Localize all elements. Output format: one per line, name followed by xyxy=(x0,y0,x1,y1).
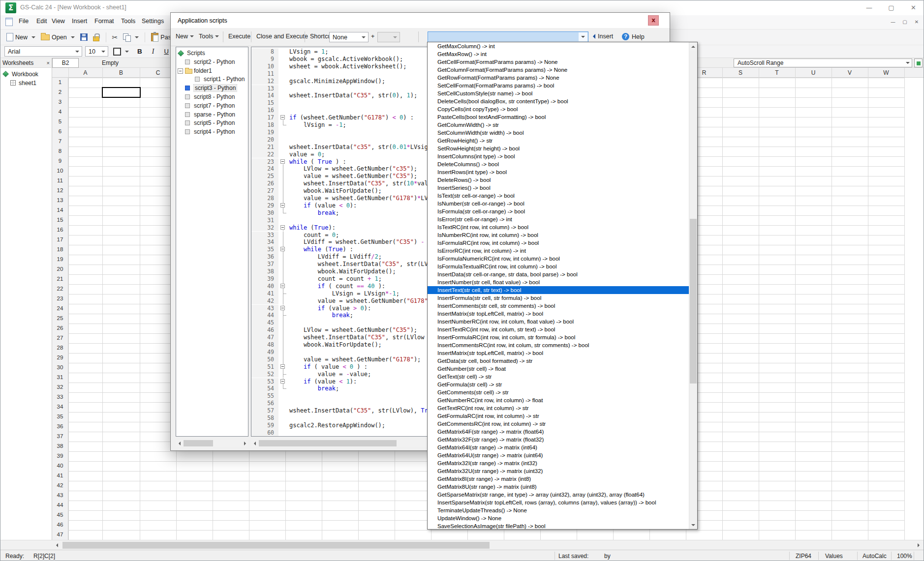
fold-margin[interactable] xyxy=(278,334,288,341)
fold-margin[interactable] xyxy=(278,392,288,400)
row-header-27[interactable]: 27 xyxy=(52,333,68,343)
function-list-item[interactable]: IsNumberRC(int row, int column) -> bool xyxy=(428,231,689,239)
function-list-item[interactable]: InsertComments(str cell, str comments) -… xyxy=(428,302,689,310)
function-list-item[interactable]: InsertNumber(str cell, float value) -> b… xyxy=(428,278,689,286)
fold-margin[interactable] xyxy=(278,326,288,334)
row-header-37[interactable]: 37 xyxy=(52,432,68,442)
row-header-6[interactable]: 6 xyxy=(52,127,68,137)
fold-margin[interactable] xyxy=(278,422,288,429)
fold-margin[interactable] xyxy=(278,349,288,356)
dialog-close-button[interactable]: x xyxy=(648,15,659,26)
fold-margin[interactable] xyxy=(278,121,288,129)
fold-margin[interactable] xyxy=(278,275,288,283)
border-color-button[interactable] xyxy=(111,47,131,57)
fold-margin[interactable] xyxy=(278,114,288,121)
menu-settings[interactable]: Settings xyxy=(142,18,164,25)
row-header-17[interactable]: 17 xyxy=(52,235,68,245)
function-list-item[interactable]: UpdateWindow() -> None xyxy=(428,514,689,522)
collapse-icon[interactable] xyxy=(178,68,183,74)
row-header-3[interactable]: 3 xyxy=(52,97,68,107)
function-list-item[interactable]: GetMatrix64U(str range) -> matrix (uint6… xyxy=(428,451,689,459)
function-list-item[interactable]: GetMatrix8U(str range) -> matrix (uint8) xyxy=(428,483,689,491)
function-list-item[interactable]: GetFormulaRC(int row, int column) -> str xyxy=(428,412,689,420)
autoscroll-apply-button[interactable] xyxy=(914,59,923,67)
column-header-t[interactable]: T xyxy=(759,68,795,78)
fold-margin[interactable] xyxy=(278,151,288,158)
scripts-tree[interactable]: Scriptsscript2 - Pythonfolder1script1 - … xyxy=(176,47,248,437)
fold-margin[interactable] xyxy=(278,99,288,107)
row-header-9[interactable]: 9 xyxy=(52,156,68,166)
function-list-item[interactable]: InsertNumberRC(int row, int colum, float… xyxy=(428,318,689,325)
dropdown-scrollbar[interactable] xyxy=(689,42,697,529)
fold-margin[interactable] xyxy=(278,305,288,312)
function-list-item[interactable]: CopyCells(int copyType) -> bool xyxy=(428,105,689,113)
row-header-13[interactable]: 13 xyxy=(52,196,68,206)
function-list-item[interactable]: InsertRows(int type) -> bool xyxy=(428,168,689,176)
fold-margin[interactable] xyxy=(278,63,288,70)
fold-margin[interactable] xyxy=(278,363,288,371)
fold-margin[interactable] xyxy=(278,414,288,422)
fold-margin[interactable] xyxy=(278,238,288,246)
shortcut-key-select[interactable] xyxy=(377,32,400,42)
function-list-item[interactable]: GetData(str cell, bool formatted) -> str xyxy=(428,357,689,365)
function-list-item[interactable]: GetMatrix64I(str range) -> matrix (int64… xyxy=(428,443,689,451)
scroll-up-icon[interactable] xyxy=(689,42,697,51)
insert-function-button[interactable]: Insert xyxy=(593,33,613,40)
row-header-2[interactable]: 2 xyxy=(52,88,68,97)
fold-margin[interactable] xyxy=(278,371,288,378)
font-family-select[interactable]: Arial xyxy=(4,46,82,57)
row-header-4[interactable]: 4 xyxy=(52,107,68,117)
scroll-right-icon[interactable] xyxy=(914,541,923,549)
status-values[interactable]: Values xyxy=(825,553,843,560)
row-header-19[interactable]: 19 xyxy=(52,255,68,265)
column-header-v[interactable]: V xyxy=(832,68,868,78)
script-tools-button[interactable]: Tools xyxy=(199,33,219,40)
function-list-item[interactable]: IsFormulaRC(int row, int column) -> bool xyxy=(428,239,689,247)
mdi-close-button[interactable]: ✕ xyxy=(911,17,923,27)
function-list-item[interactable]: GetNumberRC(int row, int column) -> floa… xyxy=(428,396,689,404)
function-list-item[interactable]: GetMatrix64F(str range) -> matrix (float… xyxy=(428,428,689,436)
status-zoom[interactable]: 100% xyxy=(897,553,912,560)
function-list-item[interactable]: GetMatrix32I(str range) -> matrix (int32… xyxy=(428,459,689,467)
function-list-item[interactable]: IsFormula(str cell-or-range) -> bool xyxy=(428,207,689,215)
row-header-20[interactable]: 20 xyxy=(52,265,68,274)
worksheet-tree-sheet1[interactable]: sheet1 xyxy=(10,79,36,87)
fold-margin[interactable] xyxy=(278,195,288,202)
menu-edit[interactable]: Edit xyxy=(36,18,47,25)
fold-margin[interactable] xyxy=(278,158,288,166)
row-header-14[interactable]: 14 xyxy=(52,206,68,215)
row-header-7[interactable]: 7 xyxy=(52,137,68,147)
menu-tools[interactable]: Tools xyxy=(121,18,135,25)
column-header-b[interactable]: B xyxy=(102,68,140,78)
fold-margin[interactable] xyxy=(278,78,288,85)
function-list-item[interactable]: InsertText(str cell, str text) -> bool xyxy=(428,286,689,294)
column-header-s[interactable]: S xyxy=(722,68,759,78)
protect-button[interactable] xyxy=(91,32,102,42)
fold-margin[interactable] xyxy=(278,283,288,290)
save-button[interactable] xyxy=(78,32,90,42)
function-list-item[interactable]: GetRowFormat(FormatParams params) -> Non… xyxy=(428,74,689,82)
help-button[interactable]: ? Help xyxy=(622,33,645,40)
fold-margin[interactable] xyxy=(278,144,288,151)
row-header-21[interactable]: 21 xyxy=(52,274,68,284)
function-list-item[interactable]: IsTextRC(int row, int column) -> bool xyxy=(428,223,689,231)
mdi-restore-button[interactable]: ▢ xyxy=(899,17,911,27)
row-header-8[interactable]: 8 xyxy=(52,147,68,156)
row-header-39[interactable]: 39 xyxy=(52,451,68,461)
fold-margin[interactable] xyxy=(278,224,288,232)
function-list-item[interactable]: GetText(str cell) -> str xyxy=(428,373,689,381)
fold-margin[interactable] xyxy=(278,341,288,349)
function-list-item[interactable]: SaveSelectionAsImage(str filePath) -> bo… xyxy=(428,522,689,530)
row-header-34[interactable]: 34 xyxy=(52,402,68,412)
script-new-button[interactable]: New xyxy=(176,33,194,40)
new-button[interactable]: New xyxy=(4,32,37,42)
function-list-item[interactable]: GetMaxRow() -> int xyxy=(428,50,689,58)
row-header-12[interactable]: 12 xyxy=(52,186,68,196)
row-header-26[interactable]: 26 xyxy=(52,324,68,333)
column-header-w[interactable]: W xyxy=(868,68,904,78)
function-list-item[interactable]: GetFormula(str cell) -> str xyxy=(428,381,689,388)
fold-margin[interactable] xyxy=(278,136,288,144)
function-list-item[interactable]: DeleteRows() -> bool xyxy=(428,176,689,184)
menu-file[interactable]: File xyxy=(19,18,29,25)
fold-margin[interactable] xyxy=(278,129,288,136)
